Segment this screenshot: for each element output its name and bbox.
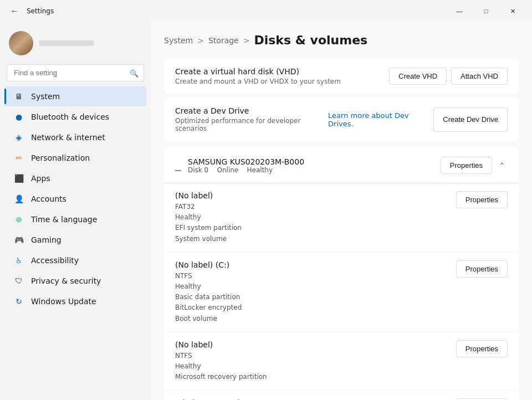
partition-properties-button-0[interactable]: Properties (456, 191, 508, 208)
sidebar-item-bluetooth[interactable]: ● Bluetooth & devices (4, 107, 146, 127)
dev-drive-card-title: Create a Dev Drive (175, 106, 328, 115)
attach-vhd-button[interactable]: Attach VHD (451, 68, 508, 85)
partition-info-2: (No label) NTFS Healthy Microsoft recove… (175, 340, 267, 383)
update-icon: ↻ (13, 296, 24, 307)
app-container: 🔍 🖥 System ● Bluetooth & devices ◈ Netwo… (0, 20, 532, 400)
user-info (39, 40, 94, 46)
vhd-card-info: Create a virtual hard disk (VHD) Create … (175, 67, 341, 85)
search-input[interactable] (7, 64, 144, 81)
apps-icon: ⬛ (13, 173, 24, 184)
partition-type-1: Basic data partition (175, 293, 240, 301)
partition-info-1: (No label) (C:) NTFS Healthy Basic data … (175, 260, 242, 324)
disk-info: SAMSUNG KUS020203M-B000 Disk 0 Online He… (188, 157, 304, 174)
sidebar-item-system-label: System (31, 92, 60, 101)
sidebar-item-update-label: Windows Update (31, 297, 96, 306)
privacy-icon: 🛡 (13, 275, 24, 286)
partition-type-0: EFI system partition (175, 224, 242, 232)
sidebar-item-accessibility[interactable]: ♿ Accessibility (4, 250, 146, 270)
sidebar-item-system[interactable]: 🖥 System (4, 86, 146, 106)
partition-fs-1: NTFS (175, 272, 192, 280)
disk-health: Healthy (247, 166, 273, 174)
dev-drive-card-description: Optimized performance for developer scen… (175, 117, 328, 132)
system-icon: 🖥 (13, 91, 24, 102)
partition-properties-button-1[interactable]: Properties (456, 260, 508, 278)
dev-drive-card: Create a Dev Drive Optimized performance… (164, 98, 519, 141)
disk-status: Online (217, 166, 239, 174)
sidebar-item-gaming-label: Gaming (31, 235, 62, 244)
partition-type-2: Microsoft recovery partition (175, 373, 267, 381)
sidebar-item-apps-label: Apps (31, 174, 50, 183)
disk-properties-button[interactable]: Properties (441, 157, 492, 174)
maximize-button[interactable]: □ (473, 3, 499, 19)
partition-properties-button-2[interactable]: Properties (456, 340, 508, 357)
search-box: 🔍 (7, 64, 144, 81)
close-button[interactable]: ✕ (500, 3, 525, 19)
vhd-card-description: Create and mount a VHD or VHDX to your s… (175, 78, 341, 85)
sidebar-item-accounts[interactable]: 👤 Accounts (4, 189, 146, 209)
sidebar-item-time[interactable]: ⊕ Time & language (4, 209, 146, 229)
accounts-icon: 👤 (13, 193, 24, 204)
sidebar-item-privacy-label: Privacy & security (31, 276, 101, 285)
title-bar-left: ← Settings (7, 3, 54, 19)
bluetooth-icon: ● (13, 111, 24, 122)
accessibility-icon: ♿ (13, 255, 24, 266)
time-icon: ⊕ (13, 214, 24, 225)
disk-header: ⎯ SAMSUNG KUS020203M-B000 Disk 0 Online … (164, 148, 519, 183)
minimize-button[interactable]: — (447, 3, 472, 19)
disk-collapse-button[interactable]: ⌃ (497, 159, 508, 172)
disk-header-right: Properties ⌃ (441, 157, 508, 174)
create-vhd-button[interactable]: Create VHD (389, 68, 447, 85)
partition-detail-0: FAT32 Healthy EFI system partition Syste… (175, 202, 242, 244)
partition-health-0: Healthy (175, 213, 201, 221)
disk-drive-icon: ⎯ (175, 160, 181, 171)
vhd-card: Create a virtual hard disk (VHD) Create … (164, 58, 519, 94)
create-dev-drive-button[interactable]: Create Dev Drive (433, 107, 508, 132)
breadcrumb: System > Storage > Disks & volumes (164, 33, 519, 47)
breadcrumb-current: Disks & volumes (254, 33, 367, 47)
breadcrumb-system[interactable]: System (164, 36, 193, 45)
disk-meta: Disk 0 Online Healthy (188, 166, 304, 174)
partition-detail-2: NTFS Healthy Microsoft recovery partitio… (175, 351, 267, 383)
partition-health-1: Healthy (175, 283, 201, 290)
partition-detail-1: NTFS Healthy Basic data partition BitLoc… (175, 271, 242, 324)
user-name-placeholder (39, 40, 94, 46)
sidebar-item-bluetooth-label: Bluetooth & devices (31, 112, 109, 121)
sidebar-item-network[interactable]: ◈ Network & internet (4, 127, 146, 147)
sidebar-item-personalization-label: Personalization (31, 153, 90, 162)
partition-label-1: (No label) (C:) (175, 260, 242, 269)
partition-label-2: (No label) (175, 340, 267, 349)
breadcrumb-storage[interactable]: Storage (208, 36, 239, 45)
sidebar-user (0, 27, 151, 64)
sidebar-nav: 🖥 System ● Bluetooth & devices ◈ Network… (0, 86, 151, 312)
disk-header-left: ⎯ SAMSUNG KUS020203M-B000 Disk 0 Online … (175, 157, 304, 174)
personalization-icon: ✏ (13, 152, 24, 163)
sidebar-item-privacy[interactable]: 🛡 Privacy & security (4, 271, 146, 291)
sidebar-item-accessibility-label: Accessibility (31, 256, 79, 265)
partition-health-2: Healthy (175, 362, 201, 370)
partition-extra-0: System volume (175, 235, 227, 243)
dev-drive-card-buttons: Learn more about Dev Drives. Create Dev … (328, 107, 508, 132)
sidebar-item-update[interactable]: ↻ Windows Update (4, 291, 146, 311)
partition-item-2: (No label) NTFS Healthy Microsoft recove… (164, 332, 519, 391)
title-bar-controls: — □ ✕ (447, 3, 525, 19)
partition-info-0: (No label) FAT32 Healthy EFI system part… (175, 191, 242, 244)
vhd-card-buttons: Create VHD Attach VHD (389, 68, 508, 85)
sidebar-item-personalization[interactable]: ✏ Personalization (4, 148, 146, 168)
partition-fs-0: FAT32 (175, 203, 195, 211)
sidebar-item-apps[interactable]: ⬛ Apps (4, 168, 146, 188)
partition-label-0: (No label) (175, 191, 242, 200)
disk-number: Disk 0 (188, 166, 208, 174)
breadcrumb-sep1: > (197, 36, 204, 45)
partition-fs-2: NTFS (175, 352, 192, 360)
sidebar-item-gaming[interactable]: 🎮 Gaming (4, 230, 146, 250)
back-button[interactable]: ← (7, 3, 22, 19)
gaming-icon: 🎮 (13, 234, 24, 245)
partition-extra2-1: Boot volume (175, 315, 217, 322)
sidebar: 🔍 🖥 System ● Bluetooth & devices ◈ Netwo… (0, 20, 151, 400)
avatar-image (9, 31, 33, 55)
dev-drive-learn-link[interactable]: Learn more about Dev Drives. (328, 107, 429, 132)
avatar (9, 31, 33, 55)
window-title: Settings (27, 7, 54, 15)
sidebar-item-time-label: Time & language (31, 215, 97, 224)
disk-section: ⎯ SAMSUNG KUS020203M-B000 Disk 0 Online … (164, 148, 519, 400)
